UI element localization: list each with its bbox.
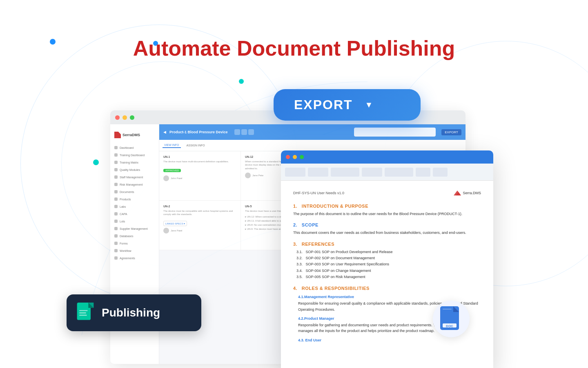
sidebar-item-lots[interactable]: Lots [110, 218, 159, 225]
item-card-3: UN-2 The device must be compatible with … [159, 201, 241, 250]
workflow-icon [114, 249, 118, 252]
supplier-icon [114, 227, 118, 230]
back-arrow[interactable]: ◀ [163, 130, 166, 134]
decorative-dot-1 [50, 39, 56, 45]
sidebar-item-agreements[interactable]: Agreements [110, 254, 159, 262]
sidebar-label: Forms [120, 242, 128, 245]
sidebar-item-labs[interactable]: Labs [110, 203, 159, 210]
brand-name: Serra.DMS [463, 191, 481, 195]
ref-item-3: 3.3. SOP-003 SOP on User Requirement Spe… [293, 261, 481, 267]
export-button-container: EXPORT ▼ [274, 89, 421, 121]
sidebar-label: Training Dashboard [120, 154, 145, 157]
staff-icon [114, 175, 118, 179]
section-2-body: This document covers the user needs as c… [293, 230, 481, 236]
toolbar-btn-5[interactable] [385, 168, 413, 177]
section-3-heading: 3. REFERENCES [293, 242, 481, 247]
topbar-export-button[interactable]: EXPORT [441, 129, 461, 135]
documents-icon [114, 190, 118, 193]
section-2-heading: 2. SCOPE [293, 222, 481, 227]
ctrl-btn-1[interactable] [234, 129, 240, 135]
item-id: UN-1 [163, 155, 236, 158]
titlebar-close-dot [115, 115, 120, 120]
logo-text: SerraDMS [122, 133, 140, 137]
sidebar-label: Databases [120, 235, 133, 238]
titlebar-maximize-dot [130, 115, 134, 120]
sidebar-label: Workflow [120, 249, 131, 252]
app-topbar: ◀ Product-1 Blood Pressure Device EXPORT [159, 124, 466, 140]
section-1-heading: 1. INTRODUCTION & PURPOSE [293, 204, 481, 209]
app-tabs: VIEW INFO ASSIGN INFO [159, 140, 466, 151]
ref-item-4: 3.4. SOP-004 SOP on Change Management [293, 268, 481, 274]
ref-item-2: 3.2. SOP-002 SOP on Document Management [293, 255, 481, 261]
sidebar-label: Documents [120, 191, 134, 193]
sidebar-item-training-matrix[interactable]: Training Matrix [110, 159, 159, 166]
sidebar-label: Dashboard [120, 146, 134, 149]
sidebar-item-products[interactable]: Products [110, 195, 159, 203]
doc-minimize-dot [293, 155, 297, 159]
forms-icon [114, 242, 118, 245]
sidebar-item-documents[interactable]: Documents [110, 188, 159, 195]
item-card-1: UN-1 The device must have multi-document… [159, 151, 241, 200]
sidebar-label: Staff Management [120, 176, 143, 179]
sidebar-item-staff[interactable]: Staff Management [110, 173, 159, 181]
doc-brand-logo: Serra.DMS [454, 191, 481, 195]
doc-header: DHF-SYS-UN User Needs v1.0 Serra.DMS [293, 191, 481, 195]
doc-file-icon-container: DOC [433, 301, 470, 337]
export-button[interactable]: EXPORT ▼ [274, 89, 421, 121]
tab-assign-info[interactable]: ASSIGN INFO [185, 143, 207, 148]
svg-rect-10 [443, 309, 452, 310]
page-title: Automate Document Publishing [133, 36, 455, 61]
sidebar-label: Supplier Management [120, 227, 148, 230]
toolbar-btn-3[interactable] [331, 168, 359, 177]
toolbar-btn-2[interactable] [308, 168, 328, 177]
sidebar-item-dashboard[interactable]: Dashboard [110, 144, 159, 151]
ctrl-btn-2[interactable] [241, 129, 247, 135]
ctrl-btn-3[interactable] [248, 129, 254, 135]
avatar-1 [163, 175, 169, 181]
publishing-label: Publishing [102, 306, 160, 319]
link-badge: LINKED SPECS ▾ [163, 221, 187, 226]
item-id: UN-2 [163, 205, 236, 208]
toolbar-btn-7[interactable] [433, 168, 448, 177]
sidebar-label: Agreements [120, 257, 135, 260]
sidebar-label: Training Matrix [120, 161, 138, 164]
doc-body: DHF-SYS-UN User Needs v1.0 Serra.DMS 1. … [281, 181, 493, 368]
svg-rect-5 [79, 310, 87, 311]
doc-preview-titlebar [281, 150, 493, 164]
section-1-body: The purpose of this document is to outli… [293, 211, 481, 217]
sidebar-item-capa[interactable]: CAPA [110, 210, 159, 218]
training-dashboard-icon [114, 153, 118, 157]
databases-icon [114, 234, 118, 238]
sidebar-item-quality[interactable]: Quality Modules [110, 166, 159, 173]
sidebar-item-training-dashboard[interactable]: Training Dashboard [110, 151, 159, 159]
sidebar-item-workflow[interactable]: Workflow [110, 247, 159, 254]
item-text: The device must be compatible with activ… [163, 209, 236, 216]
search-box[interactable] [354, 128, 436, 137]
document-preview-window: DHF-SYS-UN User Needs v1.0 Serra.DMS 1. … [281, 150, 493, 368]
sidebar-item-risk[interactable]: Risk Management [110, 181, 159, 188]
export-chevron-icon: ▼ [365, 100, 373, 110]
decorative-dot-4 [93, 159, 99, 165]
agreements-icon [114, 256, 118, 260]
item-text: The device must have multi-document defi… [163, 160, 236, 163]
publishing-doc-icon [76, 303, 94, 323]
sidebar-item-forms[interactable]: Forms [110, 240, 159, 247]
ref-item-5: 3.5. SOP-005 SOP on Risk Management [293, 274, 481, 280]
quality-icon [114, 168, 118, 171]
sidebar-item-supplier[interactable]: Supplier Management [110, 225, 159, 232]
toolbar-btn-4[interactable] [362, 168, 382, 177]
lots-icon [114, 220, 118, 223]
sidebar-label: CAPA [120, 213, 127, 215]
ref-item-1: 3.1. SOP-001 SOP on Product Development … [293, 249, 481, 255]
avatar-3 [163, 228, 169, 233]
subsection-4-3: 4.3. End User [298, 338, 481, 342]
toolbar-btn-1[interactable] [285, 168, 305, 177]
tab-view-info[interactable]: VIEW INFO [163, 143, 181, 148]
toolbar-btn-6[interactable] [416, 168, 430, 177]
titlebar-minimize-dot [122, 115, 127, 120]
publishing-card: Publishing [67, 294, 201, 331]
dashboard-icon [114, 146, 118, 149]
sidebar-item-databases[interactable]: Databases [110, 232, 159, 240]
subsection-4-1: 4.1.Management Representative [298, 295, 481, 299]
doc-id: DHF-SYS-UN User Needs v1.0 [293, 191, 344, 195]
